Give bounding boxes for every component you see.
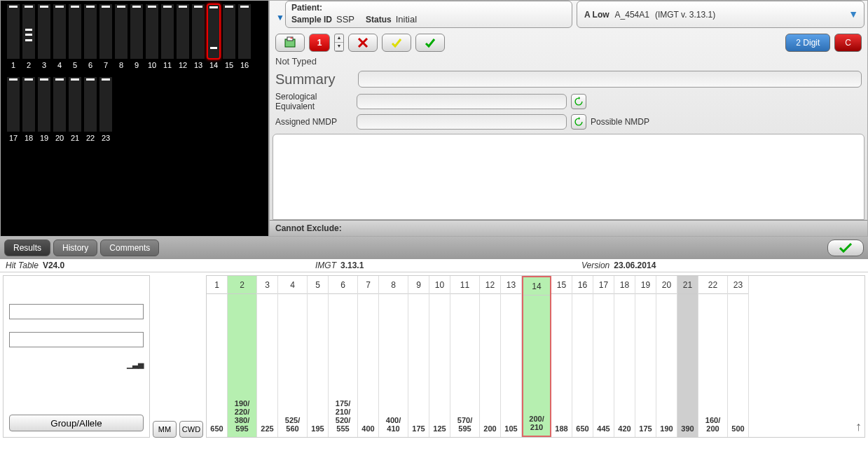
gel-lane-18[interactable] — [22, 76, 36, 132]
import-button[interactable] — [275, 34, 305, 52]
version-label: Version — [581, 261, 609, 270]
lane-col-header: 1 — [207, 276, 227, 294]
lane-col-22[interactable]: 22160/ 200 — [698, 276, 728, 437]
summary-field[interactable] — [358, 71, 862, 88]
assigned-nmdp-field[interactable] — [357, 114, 567, 130]
sampleid-label: Sample ID — [291, 15, 332, 25]
lane-col-13[interactable]: 13105 — [501, 276, 522, 437]
lane-col-12[interactable]: 12200 — [480, 276, 501, 437]
lane-col-15[interactable]: 15188 — [551, 276, 572, 437]
lane-col-4[interactable]: 4525/ 560 — [278, 276, 308, 437]
gel-lane-6[interactable] — [83, 4, 97, 60]
assigned-refresh-button[interactable] — [571, 114, 586, 130]
gel-lane-7[interactable] — [99, 4, 113, 60]
lane-col-6[interactable]: 6175/ 210/ 520/ 555 — [329, 276, 358, 437]
lane-col-value: 400 — [361, 424, 374, 433]
gel-lane-20[interactable] — [53, 76, 67, 132]
lane-col-value: 420 — [618, 424, 631, 433]
lane-table: 16502190/ 220/ 380/ 59532254525/ 5605195… — [206, 275, 865, 438]
lane-number: 4 — [53, 61, 67, 69]
group-allele-button[interactable]: Group/Allele — [9, 415, 144, 431]
gel-lane-23[interactable] — [99, 76, 113, 132]
sampleid-value: SSP — [336, 14, 354, 25]
locus-dropdown[interactable]: A Low A_454A1 (IMGT v. 3.13.1) ▼ — [577, 1, 864, 28]
lane-col-value: 500 — [731, 424, 744, 433]
lane-col-header: 12 — [480, 276, 500, 294]
hit-table-label: Hit Table — [6, 261, 39, 270]
gel-lane-2[interactable] — [22, 4, 36, 60]
lane-col-header: 6 — [329, 276, 357, 294]
gel-lane-12[interactable] — [176, 4, 190, 60]
accept-button[interactable] — [415, 34, 445, 52]
gel-lane-17[interactable] — [6, 76, 20, 132]
lane-col-1[interactable]: 1650 — [207, 276, 228, 437]
lane-col-18[interactable]: 18420 — [614, 276, 635, 437]
lane-col-7[interactable]: 7400 — [358, 276, 379, 437]
lane-col-2[interactable]: 2190/ 220/ 380/ 595 — [228, 276, 257, 437]
lane-col-23[interactable]: 23500 — [728, 276, 749, 437]
gel-lane-1[interactable] — [6, 4, 20, 60]
gel-lane-10[interactable] — [145, 4, 159, 60]
gel-lane-9[interactable] — [130, 4, 144, 60]
lane-col-20[interactable]: 20190 — [656, 276, 677, 437]
lane-col-17[interactable]: 17445 — [593, 276, 614, 437]
gel-lane-4[interactable] — [53, 4, 67, 60]
lane-col-header: 8 — [379, 276, 408, 294]
lane-col-14[interactable]: 14200/ 210 — [522, 276, 551, 437]
lane-number: 17 — [6, 134, 20, 142]
tab-history[interactable]: History — [53, 240, 97, 256]
lane-col-value: 650 — [210, 424, 223, 433]
filter-input-1[interactable] — [9, 304, 144, 319]
lane-col-11[interactable]: 11570/ 595 — [450, 276, 480, 437]
c-button[interactable]: C — [834, 34, 862, 52]
lane-col-16[interactable]: 16650 — [572, 276, 593, 437]
mm-button[interactable]: MM — [153, 421, 177, 438]
lane-col-header: 20 — [656, 276, 677, 294]
two-digit-button[interactable]: 2 Digit — [785, 34, 830, 52]
reject-button[interactable] — [348, 34, 378, 52]
lane-col-8[interactable]: 8400/ 410 — [379, 276, 408, 437]
lane-spinner[interactable]: ▲▼ — [334, 34, 344, 52]
confirm-button[interactable] — [827, 240, 864, 256]
gel-lane-15[interactable] — [222, 4, 236, 60]
dropdown-arrow-icon: ▼ — [848, 8, 858, 20]
cwd-button[interactable]: CWD — [179, 421, 203, 438]
gel-lane-19[interactable] — [37, 76, 51, 132]
gel-lane-13[interactable] — [191, 4, 205, 60]
gel-lane-16[interactable] — [237, 4, 252, 60]
gel-lane-5[interactable] — [68, 4, 82, 60]
gel-lane-14[interactable] — [207, 4, 221, 60]
lane-number: 11 — [160, 61, 174, 69]
chart-icon[interactable]: ▁▃▅ — [127, 360, 144, 369]
tab-comments[interactable]: Comments — [100, 240, 159, 256]
scroll-up-icon[interactable]: ↑ — [855, 419, 862, 434]
gel-lane-8[interactable] — [114, 4, 128, 60]
not-typed-label: Not Typed — [270, 55, 867, 68]
lane-col-19[interactable]: 19175 — [635, 276, 656, 437]
lane-col-10[interactable]: 10125 — [429, 276, 450, 437]
lane-col-value: 525/ 560 — [285, 416, 300, 433]
lane-col-9[interactable]: 9175 — [408, 276, 429, 437]
gel-lane-22[interactable] — [83, 76, 97, 132]
filter-input-2[interactable] — [9, 332, 144, 347]
gel-lane-11[interactable] — [160, 4, 174, 60]
expand-arrow-icon[interactable]: ▼ — [276, 13, 284, 22]
toolbar: 1 ▲▼ 2 Digit C — [270, 31, 867, 55]
lane-col-21[interactable]: 21390 — [677, 276, 698, 437]
hit-table-header: Hit Table V24.0 IMGT 3.13.1 Version 23.0… — [0, 259, 868, 272]
gel-lane-3[interactable] — [37, 4, 51, 60]
lane-col-header: 13 — [501, 276, 521, 294]
tab-results[interactable]: Results — [4, 240, 50, 256]
imgt-label: IMGT — [315, 261, 336, 270]
result-area — [273, 134, 864, 220]
patient-label: Patient: — [291, 3, 322, 13]
lane-col-5[interactable]: 5195 — [308, 276, 329, 437]
locus-kit: A_454A1 — [615, 10, 649, 20]
lane-col-3[interactable]: 3225 — [257, 276, 278, 437]
gel-lane-21[interactable] — [68, 76, 82, 132]
serological-field[interactable] — [357, 94, 567, 109]
serological-refresh-button[interactable] — [571, 94, 586, 109]
lane-col-value: 125 — [433, 424, 446, 433]
imgt-value: 3.13.1 — [340, 261, 364, 270]
maybe-button[interactable] — [382, 34, 411, 52]
